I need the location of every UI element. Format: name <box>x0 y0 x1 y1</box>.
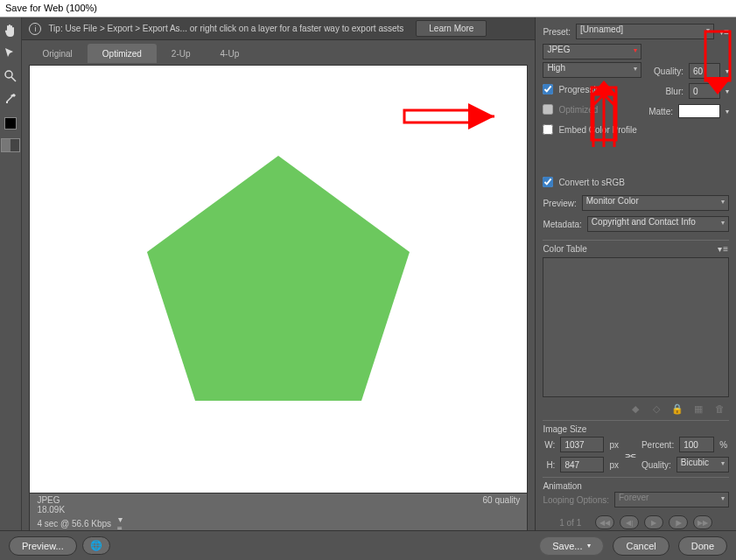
anim-first-button: ◀◀ <box>595 515 614 529</box>
preview-statusbar: JPEG 60 quality 18.09K 4 sec @ 56.6 Kbps… <box>29 494 528 536</box>
blur-input[interactable] <box>689 83 720 99</box>
anim-next-button: |▶ <box>669 515 688 529</box>
status-time: 4 sec @ 56.6 Kbps <box>37 519 111 528</box>
info-icon: i <box>29 23 41 35</box>
w-px: px <box>609 440 619 450</box>
zoom-tool-icon[interactable] <box>1 66 20 86</box>
preset-label: Preset: <box>543 27 571 37</box>
slice-select-tool-icon[interactable] <box>1 44 20 63</box>
w-label: W: <box>543 440 555 450</box>
anim-last-button: ▶▶ <box>693 515 712 529</box>
colortable-header: Color Table ▾≡ <box>543 240 729 254</box>
tab-original[interactable]: Original <box>27 44 87 63</box>
ct-lock-icon: 🔒 <box>671 402 683 415</box>
blur-label: Blur: <box>665 87 683 96</box>
loop-select: Forever▾ <box>614 492 729 508</box>
ct-map-icon: ◆ <box>629 402 641 415</box>
imagesize-header: Image Size <box>543 420 729 434</box>
window-title: Save for Web (100%) <box>5 3 97 13</box>
preview-label: Preview: <box>543 199 576 208</box>
preset-menu-icon[interactable]: ▾≡ <box>719 27 729 37</box>
browser-preview-button[interactable]: 🌐 <box>82 536 110 555</box>
matte-label: Matte: <box>648 107 673 116</box>
eyedropper-tool-icon[interactable] <box>1 89 20 108</box>
preset-select[interactable]: [Unnamed]▾ <box>576 24 714 39</box>
preview-tabs: Original Optimized 2-Up 4-Up <box>22 40 535 63</box>
hand-tool-icon[interactable] <box>1 21 20 40</box>
anim-counter: 1 of 1 <box>559 518 581 528</box>
height-input[interactable] <box>560 457 604 472</box>
blur-caret-icon[interactable]: ▾ <box>725 88 729 95</box>
h-px: px <box>609 460 619 470</box>
preview-button[interactable]: Preview... <box>9 536 77 556</box>
done-button[interactable]: Done <box>678 536 727 556</box>
preview-profile-select[interactable]: Monitor Color▾ <box>582 195 729 211</box>
optimized-label: Optimized <box>558 105 598 115</box>
status-quality: 60 quality <box>483 495 521 505</box>
animation-header: Animation <box>543 477 729 491</box>
ct-new-icon: ▦ <box>692 402 704 415</box>
svg-point-0 <box>5 71 12 78</box>
icc-checkbox[interactable] <box>543 124 553 135</box>
progressive-checkbox[interactable] <box>543 84 553 94</box>
srgb-checkbox[interactable] <box>543 177 553 187</box>
left-toolstrip <box>0 18 22 560</box>
percent-unit: % <box>719 440 727 450</box>
metadata-label: Metadata: <box>543 220 581 229</box>
colortable-menu-icon[interactable]: ▾≡ <box>718 244 729 254</box>
metadata-select[interactable]: Copyright and Contact Info▾ <box>587 216 729 232</box>
matte-caret-icon[interactable]: ▾ <box>725 108 729 116</box>
artwork-pentagon <box>138 147 418 411</box>
tab-2up[interactable]: 2-Up <box>157 44 206 63</box>
progressive-label: Progressive <box>558 85 605 94</box>
tip-text: Tip: Use File > Export > Export As... or… <box>48 24 403 33</box>
color-table-toolbar: ◆ ◇ 🔒 ▦ 🗑 <box>543 401 729 416</box>
tip-bar: i Tip: Use File > Export > Export As... … <box>22 18 535 40</box>
matte-swatch[interactable] <box>678 104 720 118</box>
svg-marker-2 <box>147 156 410 401</box>
toggle-slices-visibility-icon[interactable] <box>1 138 20 152</box>
left-pane: i Tip: Use File > Export > Export As... … <box>22 18 535 560</box>
percent-label: Percent: <box>641 440 674 450</box>
tab-optimized[interactable]: Optimized <box>88 44 157 63</box>
ct-trash-icon: 🗑 <box>713 402 725 415</box>
color-table-area <box>543 257 729 397</box>
quality-input[interactable] <box>689 63 720 79</box>
ct-shift-icon: ◇ <box>650 402 662 415</box>
quality-caret-icon[interactable]: ▾ <box>725 67 729 75</box>
tab-4up[interactable]: 4-Up <box>206 44 255 63</box>
srgb-label: Convert to sRGB <box>558 178 625 187</box>
optimized-checkbox <box>543 104 553 115</box>
icc-label: Embed Color Profile <box>558 125 636 135</box>
loop-label: Looping Options: <box>543 495 609 505</box>
window-titlebar: Save for Web (100%) <box>0 0 736 18</box>
width-input[interactable] <box>560 437 604 452</box>
eyedropper-color-swatch[interactable] <box>4 117 17 130</box>
resample-label: Quality: <box>641 460 671 470</box>
anim-play-button: ▶ <box>644 515 663 529</box>
resample-select[interactable]: Bicubic▾ <box>676 457 729 472</box>
right-pane: Preset: [Unnamed]▾ ▾≡ JPEG▾ High▾ Progre… <box>535 18 736 560</box>
main-container: i Tip: Use File > Export > Export As... … <box>0 18 736 560</box>
h-label: H: <box>543 460 555 470</box>
anim-prev-button: ◀| <box>620 515 639 529</box>
learn-more-button[interactable]: Learn More <box>416 20 487 37</box>
status-format: JPEG <box>37 495 60 505</box>
footer-bar: Preview... 🌐 Save... Cancel Done <box>0 530 736 560</box>
quality-label: Quality: <box>654 66 683 76</box>
link-wh-icon[interactable]: ⫘ <box>624 448 636 462</box>
format-select[interactable]: JPEG▾ <box>543 44 641 60</box>
svg-line-1 <box>11 77 16 81</box>
save-button[interactable]: Save... <box>539 536 604 556</box>
cancel-button[interactable]: Cancel <box>613 536 669 556</box>
percent-input[interactable] <box>679 437 714 452</box>
status-size: 18.09K <box>37 505 65 514</box>
preview-canvas[interactable] <box>29 65 528 494</box>
compression-select[interactable]: High▾ <box>543 62 641 78</box>
